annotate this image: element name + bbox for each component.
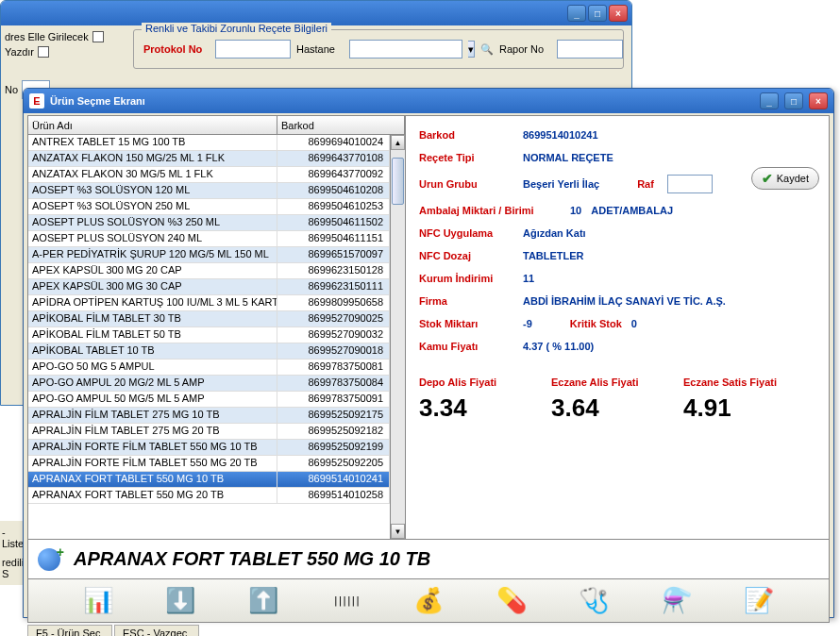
table-row[interactable]: APRALJİN FORTE FİLM TABLET 550 MG 20 TB8…	[28, 456, 390, 472]
scroll-thumb[interactable]	[392, 158, 404, 205]
hastane-lookup-icon[interactable]: 🔍	[480, 41, 494, 58]
minimize-button[interactable]: _	[760, 92, 779, 109]
yazdir-checkbox[interactable]	[38, 46, 49, 58]
vertical-scrollbar[interactable]: ▲ ▼	[390, 135, 405, 539]
cell-urun-adi: A-PER PEDİYATRİK ŞURUP 120 MG/5 ML 150 M…	[28, 247, 277, 262]
scroll-down-icon[interactable]: ▼	[391, 524, 405, 539]
cell-barkod: 8699525092182	[277, 424, 390, 439]
table-row[interactable]: AOSEPT PLUS SOLÜSYON %3 250 ML8699504611…	[28, 215, 390, 231]
pills-icon[interactable]: 💊	[493, 584, 530, 618]
window-title: Ürün Seçme Ekranı	[50, 95, 754, 107]
cell-barkod: 8699643770108	[277, 151, 390, 166]
kaydet-button[interactable]: ✔ Kaydet	[751, 167, 819, 190]
table-row[interactable]: ANTREX TABLET 15 MG 100 TB8699694010024	[28, 135, 390, 151]
scroll-up-icon[interactable]: ▲	[391, 135, 405, 150]
firma-label: Firma	[419, 295, 513, 307]
cell-urun-adi: APEX KAPSÜL 300 MG 20 CAP	[28, 263, 277, 278]
eczane-satis-label: Eczane Satis Fiyati	[683, 377, 797, 388]
money-icon[interactable]: 💰	[410, 584, 447, 618]
table-row[interactable]: AOSEPT %3 SOLÜSYON 250 ML8699504610253	[28, 199, 390, 215]
selected-product-bar: APRANAX FORT TABLET 550 MG 10 TB	[27, 540, 830, 579]
cell-urun-adi: APİDRA OPTİPEN KARTUŞ 100 IU/ML 3 ML 5 K…	[28, 295, 277, 310]
firma-value: ABDİ İBRAHİM İLAÇ SANAYİ VE TİC. A.Ş.	[523, 295, 726, 307]
table-row[interactable]: APRALJİN FORTE FİLM TABLET 550 MG 10 TB8…	[28, 440, 390, 456]
adres-elle-label: dres Elle Girilecek	[5, 31, 89, 42]
cell-barkod: 8699623150111	[277, 279, 390, 294]
cell-barkod: 8699783750084	[277, 376, 390, 391]
raf-input[interactable]	[667, 175, 713, 193]
table-row[interactable]: APEX KAPSÜL 300 MG 30 CAP8699623150111	[28, 279, 390, 295]
status-esc: ESC - Vazgeç	[114, 625, 199, 636]
table-row[interactable]: APİKOBAL TABLET 10 TB8699527090018	[28, 343, 390, 360]
depo-alis-label: Depo Alis Fiyati	[419, 377, 532, 388]
table-row[interactable]: ANZATAX FLAKON 150 MG/25 ML 1 FLK8699643…	[28, 151, 390, 167]
table-row[interactable]: APEX KAPSÜL 300 MG 20 CAP8699623150128	[28, 263, 390, 279]
back-maximize-button[interactable]: □	[588, 5, 607, 22]
eczane-alis-label: Eczane Alis Fiyati	[551, 377, 664, 388]
table-row[interactable]: A-PER PEDİYATRİK ŞURUP 120 MG/5 ML 150 M…	[28, 247, 390, 263]
cell-barkod: 8699623150128	[277, 263, 390, 278]
table-row[interactable]: ANZATAX FLAKON 30 MG/5 ML 1 FLK869964377…	[28, 167, 390, 183]
nfc-uygulama-label: NFC Uygulama	[419, 227, 513, 239]
cell-barkod: 8699694010024	[277, 135, 390, 150]
table-row[interactable]: APRALJİN FİLM TABLET 275 MG 20 TB8699525…	[28, 424, 390, 440]
col-barkod[interactable]: Barkod	[277, 116, 405, 134]
check-icon: ✔	[762, 171, 773, 186]
table-row[interactable]: APO-GO AMPUL 50 MG/5 ML 5 AMP86997837500…	[28, 392, 390, 408]
back-close-button[interactable]: ×	[609, 5, 628, 22]
stethoscope-icon[interactable]: 🩺	[575, 584, 613, 618]
cell-urun-adi: ANZATAX FLAKON 150 MG/25 ML 1 FLK	[28, 151, 277, 166]
cell-urun-adi: AOSEPT %3 SOLÜSYON 250 ML	[28, 199, 277, 214]
adres-elle-checkbox[interactable]	[92, 31, 104, 42]
cell-barkod: 8699783750081	[277, 360, 390, 375]
recete-tipi-label: Reçete Tipi	[419, 152, 513, 163]
table-row[interactable]: APRANAX FORT TABLET 550 MG 20 TB86995140…	[28, 488, 390, 504]
table-body[interactable]: ANTREX TABLET 15 MG 100 TB8699694010024A…	[28, 135, 390, 539]
cell-barkod: 8699525092199	[277, 440, 390, 455]
back-left-options: dres Elle Girilecek Yazdır	[1, 29, 108, 59]
nfc-uygulama-value: Ağızdan Katı	[523, 227, 586, 239]
eczane-alis-value: 3.64	[551, 393, 664, 423]
notes-icon[interactable]: 📝	[740, 584, 778, 618]
kurum-indirimi-label: Kurum İndirimi	[419, 273, 513, 284]
chart-icon[interactable]: 📊	[79, 584, 117, 618]
cell-barkod: 8699783750091	[277, 392, 390, 407]
urun-grubu-value: Beşeri Yerli İlaç	[523, 178, 599, 190]
flask-icon[interactable]: ⚗️	[658, 584, 696, 618]
ambalaj-qty: 10	[570, 205, 581, 216]
yazdir-label: Yazdır	[5, 46, 34, 58]
protokol-input[interactable]	[215, 40, 291, 59]
hastane-input[interactable]	[349, 40, 462, 59]
table-row[interactable]: APİKOBAL FİLM TABLET 30 TB8699527090025	[28, 311, 390, 327]
download-icon[interactable]: ⬇️	[161, 584, 199, 618]
cell-urun-adi: APRALJİN FORTE FİLM TABLET 550 MG 20 TB	[28, 456, 277, 471]
rapor-input[interactable]	[557, 40, 623, 59]
table-row[interactable]: APİKOBAL FİLM TABLET 50 TB8699527090032	[28, 327, 390, 343]
col-urun-adi[interactable]: Ürün Adı	[28, 116, 277, 134]
table-row[interactable]: AOSEPT %3 SOLÜSYON 120 ML8699504610208	[28, 183, 390, 199]
eczane-satis-value: 4.91	[683, 393, 797, 423]
back-minimize-button[interactable]: _	[567, 5, 586, 22]
table-row[interactable]: APO-GO AMPUL 20 MG/2 ML 5 AMP86997837500…	[28, 376, 390, 392]
table-row[interactable]: APRALJİN FİLM TABLET 275 MG 10 TB8699525…	[28, 408, 390, 424]
kaydet-label: Kaydet	[777, 173, 809, 184]
cell-barkod: 8699527090032	[277, 327, 390, 343]
hastane-dropdown-icon[interactable]: ▾	[468, 41, 475, 58]
barcode-icon[interactable]: ||||||	[327, 584, 364, 618]
product-select-window: E Ürün Seçme Ekranı _ □ × Ürün Adı Barko…	[23, 88, 834, 618]
cell-urun-adi: APEX KAPSÜL 300 MG 30 CAP	[28, 279, 277, 294]
cell-urun-adi: APRALJİN FİLM TABLET 275 MG 20 TB	[28, 424, 277, 439]
table-row[interactable]: APRANAX FORT TABLET 550 MG 10 TB86995140…	[28, 472, 390, 488]
table-row[interactable]: APO-GO 50 MG 5 AMPUL8699783750081	[28, 360, 390, 376]
table-row[interactable]: APİDRA OPTİPEN KARTUŞ 100 IU/ML 3 ML 5 K…	[28, 295, 390, 311]
ambalaj-unit: ADET/AMBALAJ	[591, 205, 673, 216]
cell-urun-adi: APRANAX FORT TABLET 550 MG 10 TB	[28, 472, 277, 487]
maximize-button[interactable]: □	[784, 92, 803, 109]
upload-icon[interactable]: ⬆️	[244, 584, 282, 618]
bottom-toolbar: 📊 ⬇️ ⬆️ |||||| 💰 💊 🩺 ⚗️ 📝	[27, 579, 830, 623]
fieldset-legend: Renkli ve Takibi Zorunlu Reçete Bilgiler…	[142, 23, 331, 34]
ambalaj-label: Ambalaj Miktari / Birimi	[419, 205, 561, 216]
close-button[interactable]: ×	[809, 92, 828, 109]
table-row[interactable]: AOSEPT PLUS SOLÜSYON 240 ML8699504611151	[28, 231, 390, 247]
cell-barkod: 8699643770092	[277, 167, 390, 182]
